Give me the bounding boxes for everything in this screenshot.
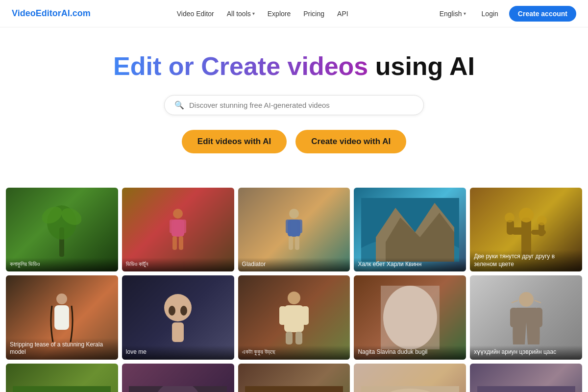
video-card[interactable]: ▶ (354, 364, 466, 392)
video-card[interactable]: ▶Nagita Slavina duduk bugil (354, 275, 466, 360)
play-icon: ▶ (283, 219, 305, 241)
edit-videos-button[interactable]: Edit videos with AI (182, 130, 287, 153)
video-card[interactable]: ▶একটা কুকুর উড়ছে (238, 275, 350, 360)
play-icon: ▶ (167, 219, 189, 241)
video-label: Nagita Slavina duduk bugil (354, 345, 466, 360)
nav-all-tools[interactable]: All tools ▾ (222, 7, 260, 21)
navbar: VideoEditorAI.com Video Editor All tools… (0, 0, 588, 27)
video-label: ভিডিও কার্টুন (122, 258, 234, 272)
play-icon: ▶ (51, 219, 73, 241)
video-card[interactable]: ▶ (238, 364, 350, 392)
video-card[interactable]: ▶ (122, 364, 234, 392)
video-label: কলাকুলির ভিডিও (6, 258, 118, 272)
hero-title-colored: Edit or Create videos (113, 52, 368, 80)
chevron-down-icon: ▾ (464, 11, 466, 16)
play-icon: ▶ (515, 307, 537, 328)
video-label: Халк ебет Харли Квинн (354, 258, 466, 272)
video-label: love me (122, 345, 234, 360)
video-card[interactable]: ▶ (6, 364, 118, 392)
search-icon: 🔍 (174, 100, 184, 110)
video-card[interactable]: ▶love me (122, 275, 234, 360)
nav-video-editor[interactable]: Video Editor (172, 7, 219, 21)
nav-pricing[interactable]: Pricing (298, 7, 329, 21)
hero-buttons: Edit videos with AI Create video with AI (10, 130, 578, 153)
video-card[interactable]: ▶Халк ебет Харли Квинн (354, 188, 466, 272)
search-input[interactable] (189, 101, 414, 109)
video-label: хүүхдийн ариун цэврийн цаас (470, 345, 582, 360)
video-label: একটা কুকুর উড়ছে (238, 345, 350, 360)
video-label: Gladiator (238, 258, 350, 272)
play-icon: ▶ (167, 307, 189, 328)
nav-links: Video Editor All tools ▾ Explore Pricing… (172, 7, 353, 21)
chevron-down-icon: ▾ (252, 11, 255, 16)
play-icon: ▶ (283, 307, 305, 328)
search-bar: 🔍 (164, 95, 424, 115)
nav-api[interactable]: API (332, 7, 353, 21)
play-icon: ▶ (51, 307, 73, 328)
play-icon: ▶ (399, 307, 421, 328)
video-card[interactable]: ▶ (470, 364, 582, 392)
nav-language[interactable]: English ▾ (435, 7, 471, 21)
video-card[interactable]: ▶Gladiator (238, 188, 350, 272)
hero-title: Edit or Create videos using AI (10, 52, 578, 81)
video-card[interactable]: ▶хүүхдийн ариун цэврийн цаас (470, 275, 582, 360)
play-icon: ▶ (399, 219, 421, 241)
video-card[interactable]: ▶ভিডিও কার্টুন (122, 188, 234, 272)
video-label: Две руки тянутся друг другу в зеленом цв… (470, 250, 582, 271)
hero-title-dark2: using AI (375, 52, 475, 80)
nav-explore[interactable]: Explore (263, 7, 295, 21)
play-icon: ▶ (515, 219, 537, 241)
brand-logo[interactable]: VideoEditorAI.com (12, 8, 91, 19)
login-button[interactable]: Login (475, 6, 505, 22)
create-account-button[interactable]: Create account (509, 6, 576, 22)
create-video-button[interactable]: Create video with AI (295, 130, 406, 153)
video-card[interactable]: ▶কলাকুলির ভিডিও (6, 188, 118, 272)
video-card[interactable]: ▶Две руки тянутся друг другу в зеленом ц… (470, 188, 582, 272)
hero-section: Edit or Create videos using AI 🔍 Edit vi… (0, 27, 588, 188)
video-label: Stripping tease of a stunning Kerala mod… (6, 338, 118, 360)
video-card[interactable]: ▶Stripping tease of a stunning Kerala mo… (6, 275, 118, 360)
video-grid: ▶কলাকুলির ভিডিও ▶ভিডিও কার্টুন ▶Gladiato… (0, 188, 588, 392)
nav-actions: English ▾ Login Create account (435, 6, 576, 22)
